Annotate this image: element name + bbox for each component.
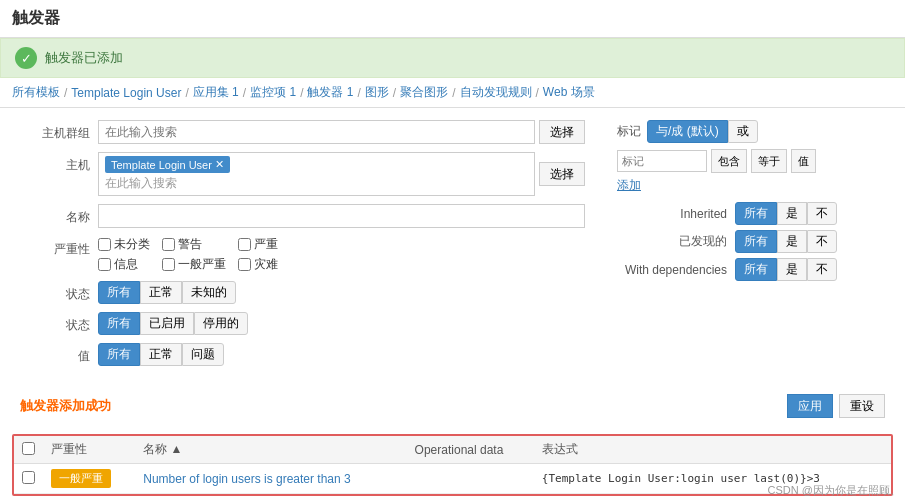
breadcrumb-item-discovery[interactable]: 自动发现规则 — [460, 84, 532, 101]
severity-disaster-label: 灾难 — [254, 256, 278, 273]
inherited-yes-button[interactable]: 是 — [777, 202, 807, 225]
host-control: Template Login User ✕ 在此输入搜索 选择 — [98, 152, 585, 196]
name-control — [98, 204, 585, 228]
severity-unclassified: 未分类 — [98, 236, 150, 253]
apply-button[interactable]: 应用 — [787, 394, 833, 418]
host-tag: Template Login User ✕ — [105, 156, 230, 173]
discovered-row: 已发现的 所有 是 不 — [617, 230, 893, 253]
with-deps-no-button[interactable]: 不 — [807, 258, 837, 281]
status2-btn-group: 所有 已启用 停用的 — [98, 312, 248, 335]
status2-disabled-button[interactable]: 停用的 — [194, 312, 248, 335]
host-group-label: 主机群组 — [20, 120, 90, 142]
row-name-cell[interactable]: Number of login users is greater than 3 — [135, 464, 406, 494]
host-group-select-button[interactable]: 选择 — [539, 120, 585, 144]
tag-or-button[interactable]: 或 — [728, 120, 758, 143]
value-problem-button[interactable]: 问题 — [182, 343, 224, 366]
value-control: 所有 正常 问题 — [98, 343, 585, 366]
table-col-name[interactable]: 名称 ▲ — [135, 436, 406, 464]
breadcrumb-item-web[interactable]: Web 场景 — [543, 84, 595, 101]
status2-all-button[interactable]: 所有 — [98, 312, 140, 335]
page-header: 触发器 — [0, 0, 905, 38]
table-row: 一般严重 Number of login users is greater th… — [14, 464, 891, 494]
tag-and-or-button[interactable]: 与/成 (默认) — [647, 120, 728, 143]
main-content: 主机群组 选择 主机 Template Login User ✕ — [0, 108, 905, 386]
row-checkbox[interactable] — [22, 471, 35, 484]
right-section: 标记 与/成 (默认) 或 包含 等于 值 添加 Inherited 所有 是 — [605, 120, 905, 374]
success-form-text: 触发器添加成功 — [20, 397, 111, 415]
severity-unclassified-label: 未分类 — [114, 236, 150, 253]
tag-header: 标记 与/成 (默认) 或 — [617, 120, 893, 143]
severity-critical-checkbox[interactable] — [238, 238, 251, 251]
severity-warning-label: 警告 — [178, 236, 202, 253]
tag-add-link[interactable]: 添加 — [617, 178, 641, 192]
tag-value-button[interactable]: 值 — [791, 149, 816, 173]
severity-badge: 一般严重 — [51, 469, 111, 488]
discovered-btn-group: 所有 是 不 — [735, 230, 837, 253]
host-row: 主机 Template Login User ✕ 在此输入搜索 选择 — [20, 152, 585, 196]
reset-button[interactable]: 重设 — [839, 394, 885, 418]
status1-btn-group: 所有 正常 未知的 — [98, 281, 236, 304]
status1-all-button[interactable]: 所有 — [98, 281, 140, 304]
status1-label: 状态 — [20, 281, 90, 303]
severity-row: 严重性 未分类 警告 严重 — [20, 236, 585, 273]
success-banner: ✓ 触发器已添加 — [0, 38, 905, 78]
status2-enabled-button[interactable]: 已启用 — [140, 312, 194, 335]
host-select-button[interactable]: 选择 — [539, 162, 585, 186]
table-header-row: 严重性 名称 ▲ Operational data 表达式 — [14, 436, 891, 464]
host-input-inner: Template Login User ✕ — [105, 156, 528, 173]
status1-unknown-button[interactable]: 未知的 — [182, 281, 236, 304]
status1-normal-button[interactable]: 正常 — [140, 281, 182, 304]
severity-warning-checkbox[interactable] — [162, 238, 175, 251]
host-group-input[interactable] — [98, 120, 535, 144]
tag-name-input[interactable] — [617, 150, 707, 172]
triggers-table: 严重性 名称 ▲ Operational data 表达式 — [14, 436, 891, 494]
name-label: 名称 — [20, 204, 90, 226]
severity-grid: 未分类 警告 严重 信息 — [98, 236, 278, 273]
with-deps-yes-button[interactable]: 是 — [777, 258, 807, 281]
discovered-all-button[interactable]: 所有 — [735, 230, 777, 253]
host-tag-text: Template Login User — [111, 159, 212, 171]
discovered-label: 已发现的 — [617, 233, 727, 250]
table-header-checkbox — [14, 436, 43, 464]
value-row: 值 所有 正常 问题 — [20, 343, 585, 366]
name-input[interactable] — [98, 204, 585, 228]
tag-section-label: 标记 — [617, 123, 641, 140]
value-btn-group: 所有 正常 问题 — [98, 343, 224, 366]
row-checkbox-cell — [14, 464, 43, 494]
table-body: 一般严重 Number of login users is greater th… — [14, 464, 891, 494]
with-deps-all-button[interactable]: 所有 — [735, 258, 777, 281]
row-operational-cell — [407, 464, 534, 494]
severity-disaster-checkbox[interactable] — [238, 258, 251, 271]
discovered-yes-button[interactable]: 是 — [777, 230, 807, 253]
table-wrapper: 严重性 名称 ▲ Operational data 表达式 — [12, 434, 893, 496]
inherited-all-button[interactable]: 所有 — [735, 202, 777, 225]
with-deps-label: With dependencies — [617, 263, 727, 277]
severity-critical: 严重 — [238, 236, 278, 253]
value-normal-button[interactable]: 正常 — [140, 343, 182, 366]
success-icon: ✓ — [15, 47, 37, 69]
breadcrumb-item-monitor[interactable]: 监控项 1 — [250, 84, 296, 101]
breadcrumb-item-aggregate[interactable]: 聚合图形 — [400, 84, 448, 101]
breadcrumb-item-graph[interactable]: 图形 — [365, 84, 389, 101]
select-all-checkbox[interactable] — [22, 442, 35, 455]
host-search-placeholder: 在此输入搜索 — [105, 175, 528, 192]
host-tag-remove[interactable]: ✕ — [215, 158, 224, 171]
row-severity-cell: 一般严重 — [43, 464, 135, 494]
severity-label: 严重性 — [20, 236, 90, 258]
tag-equals-button[interactable]: 等于 — [751, 149, 787, 173]
breadcrumb-item-trigger[interactable]: 触发器 1 — [307, 84, 353, 101]
breadcrumb-item-template[interactable]: Template Login User — [71, 86, 181, 100]
tag-contains-button[interactable]: 包含 — [711, 149, 747, 173]
severity-info-checkbox[interactable] — [98, 258, 111, 271]
breadcrumb-item-all[interactable]: 所有模板 — [12, 84, 60, 101]
breadcrumb-item-app[interactable]: 应用集 1 — [193, 84, 239, 101]
breadcrumb: 所有模板 / Template Login User / 应用集 1 / 监控项… — [0, 78, 905, 108]
discovered-no-button[interactable]: 不 — [807, 230, 837, 253]
severity-unclassified-checkbox[interactable] — [98, 238, 111, 251]
severity-disaster: 灾难 — [238, 256, 278, 273]
value-all-button[interactable]: 所有 — [98, 343, 140, 366]
severity-average-checkbox[interactable] — [162, 258, 175, 271]
severity-info-label: 信息 — [114, 256, 138, 273]
success-banner-text: 触发器已添加 — [45, 49, 123, 67]
inherited-no-button[interactable]: 不 — [807, 202, 837, 225]
